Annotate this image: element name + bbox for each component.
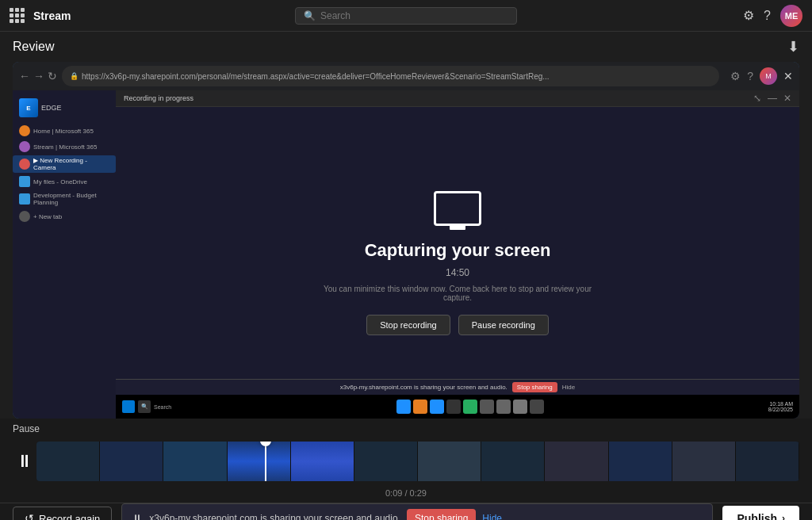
dev-icon bbox=[19, 193, 30, 205]
thumb-10 bbox=[609, 442, 672, 481]
stop-sharing-button[interactable]: Stop sharing bbox=[512, 382, 557, 392]
taskbar-icon-5[interactable] bbox=[463, 400, 477, 414]
sidebar-item-onedrive[interactable]: My files - OneDrive bbox=[13, 174, 116, 189]
header-search[interactable]: 🔍 bbox=[295, 7, 517, 25]
capture-buttons: Stop recording Pause recording bbox=[366, 315, 549, 335]
hide-bottom-button[interactable]: Hide bbox=[482, 513, 502, 520]
browser-close-icon[interactable]: ✕ bbox=[783, 70, 793, 82]
home-icon bbox=[19, 125, 30, 136]
thumb-7 bbox=[418, 442, 481, 481]
recording-status: Recording in progress bbox=[124, 94, 193, 102]
address-bar[interactable]: 🔒 https://x3v6p-my.sharepoint.com/person… bbox=[62, 66, 719, 86]
play-pause-button[interactable]: ⏸ bbox=[13, 449, 36, 473]
taskbar-search-icon[interactable]: 🔍 bbox=[138, 400, 151, 413]
app-title: Stream bbox=[33, 10, 71, 22]
sharing-notice: ⏸ x3v6p-my.sharepoint.com is sharing you… bbox=[121, 503, 713, 520]
stop-recording-button[interactable]: Stop recording bbox=[366, 315, 450, 335]
avatar[interactable]: ME bbox=[780, 5, 802, 27]
pause-label: Pause bbox=[13, 423, 799, 434]
stream-icon bbox=[19, 141, 30, 152]
timeline-thumbnails bbox=[36, 442, 799, 481]
time-display: 0:09 / 0:29 bbox=[13, 488, 799, 498]
capture-subtitle: You can minimize this window now. Come b… bbox=[323, 285, 592, 302]
thumb-5 bbox=[291, 442, 354, 481]
sidebar-item-recording-label: ▶ New Recording - Camera bbox=[33, 157, 109, 171]
capture-title: Capturing your screen bbox=[365, 240, 551, 261]
thumb-6 bbox=[354, 442, 418, 481]
taskbar-icon-3[interactable] bbox=[430, 400, 444, 414]
windows-icon[interactable] bbox=[122, 400, 135, 413]
browser-help-icon[interactable]: ? bbox=[747, 70, 753, 82]
app-grid-icon[interactable] bbox=[10, 8, 25, 24]
publish-label: Publish bbox=[737, 512, 777, 520]
record-again-button[interactable]: ↺ Record again bbox=[13, 507, 112, 520]
taskbar-icon-8[interactable] bbox=[513, 400, 527, 414]
browser-controls: ← → ↻ bbox=[19, 70, 57, 82]
browser-sidebar-title: EDGE bbox=[41, 104, 62, 112]
recording-dot bbox=[19, 159, 30, 170]
taskbar-icon-2[interactable] bbox=[413, 400, 427, 414]
page-title: Review bbox=[13, 40, 54, 54]
pause-recording-button[interactable]: Pause recording bbox=[458, 315, 549, 335]
browser-settings-icon[interactable]: ⚙ bbox=[730, 70, 741, 82]
forward-icon[interactable]: → bbox=[33, 70, 44, 82]
help-icon[interactable]: ? bbox=[764, 9, 771, 23]
browser-right-icons: ⚙ ? M ✕ bbox=[730, 67, 793, 85]
browser-container: ← → ↻ 🔒 https://x3v6p-my.sharepoint.com/… bbox=[13, 62, 799, 419]
video-section: Pause ⏸ bbox=[0, 419, 812, 503]
sidebar-item-development[interactable]: Development - Budget Planning bbox=[13, 190, 116, 208]
thumb-9 bbox=[545, 442, 608, 481]
sidebar-item-recording[interactable]: ▶ New Recording - Camera bbox=[13, 155, 116, 173]
browser-sidebar: E EDGE Home | Microsoft 365 Stream | Mic… bbox=[13, 90, 116, 419]
browser-logo-box: E bbox=[19, 98, 38, 117]
rec-expand-icon[interactable]: ⤡ bbox=[753, 93, 761, 104]
taskbar-icon-9[interactable] bbox=[530, 400, 544, 414]
sidebar-item-home-label: Home | Microsoft 365 bbox=[33, 128, 94, 135]
taskbar-date-value: 8/22/2025 bbox=[768, 407, 793, 412]
sidebar-item-dev-label: Development - Budget Planning bbox=[33, 192, 109, 206]
sidebar-logo: E EDGE bbox=[13, 95, 116, 120]
browser-avatar[interactable]: M bbox=[760, 67, 777, 85]
taskbar-icon-6[interactable] bbox=[480, 400, 494, 414]
thumb-12 bbox=[736, 442, 799, 481]
record-again-icon: ↺ bbox=[25, 512, 34, 520]
publish-button[interactable]: Publish › bbox=[722, 506, 799, 520]
hide-button[interactable]: Hide bbox=[562, 384, 575, 391]
settings-icon[interactable]: ⚙ bbox=[743, 8, 754, 23]
sidebar-item-stream[interactable]: Stream | Microsoft 365 bbox=[13, 140, 116, 154]
header-icons: ⚙ ? ME bbox=[743, 5, 802, 27]
stop-sharing-bottom-button[interactable]: Stop sharing bbox=[407, 509, 476, 520]
taskbar-icon-1[interactable] bbox=[396, 400, 411, 414]
browser-content: E EDGE Home | Microsoft 365 Stream | Mic… bbox=[13, 90, 799, 419]
taskbar-search-label[interactable]: Search bbox=[154, 404, 171, 410]
top-header: Stream 🔍 ⚙ ? ME bbox=[0, 0, 812, 32]
recording-header: Recording in progress ⤡ — ✕ bbox=[116, 90, 799, 107]
back-icon[interactable]: ← bbox=[19, 70, 30, 82]
sidebar-item-newtab[interactable]: + New tab bbox=[13, 209, 116, 224]
record-again-label: Record again bbox=[39, 513, 100, 521]
taskbar-icons bbox=[174, 400, 765, 414]
main-content: Review ⬇ ← → ↻ 🔒 https://x3v6p-my.sharep… bbox=[0, 32, 812, 520]
sidebar-item-onedrive-label: My files - OneDrive bbox=[33, 178, 87, 185]
rec-minimize-icon[interactable]: — bbox=[768, 93, 777, 104]
browser-tabs-content: Recording in progress ⤡ — ✕ Capturing yo… bbox=[116, 90, 799, 419]
thumb-8 bbox=[481, 442, 545, 481]
sharing-banner-inner: x3v6p-my.sharepoint.com is sharing your … bbox=[116, 379, 799, 395]
onedrive-icon bbox=[19, 176, 30, 187]
thumb-3 bbox=[163, 442, 227, 481]
download-icon[interactable]: ⬇ bbox=[787, 38, 799, 55]
thumb-2 bbox=[100, 442, 163, 481]
browser-chrome: ← → ↻ 🔒 https://x3v6p-my.sharepoint.com/… bbox=[13, 62, 799, 90]
search-input[interactable] bbox=[320, 10, 495, 21]
rec-close-icon[interactable]: ✕ bbox=[783, 93, 791, 104]
sidebar-item-home[interactable]: Home | Microsoft 365 bbox=[13, 124, 116, 138]
screen-capture-icon bbox=[434, 191, 481, 226]
taskbar-icon-7[interactable] bbox=[496, 400, 511, 414]
pause-icon: ⏸ bbox=[132, 512, 143, 520]
taskbar-icon-4[interactable] bbox=[446, 400, 461, 414]
capture-timer: 14:50 bbox=[446, 267, 469, 278]
rec-header-icons: ⤡ — ✕ bbox=[753, 93, 791, 104]
refresh-icon[interactable]: ↻ bbox=[48, 70, 57, 82]
sharing-banner: x3v6p-my.sharepoint.com is sharing your … bbox=[116, 379, 799, 395]
timeline-track[interactable] bbox=[36, 442, 799, 481]
